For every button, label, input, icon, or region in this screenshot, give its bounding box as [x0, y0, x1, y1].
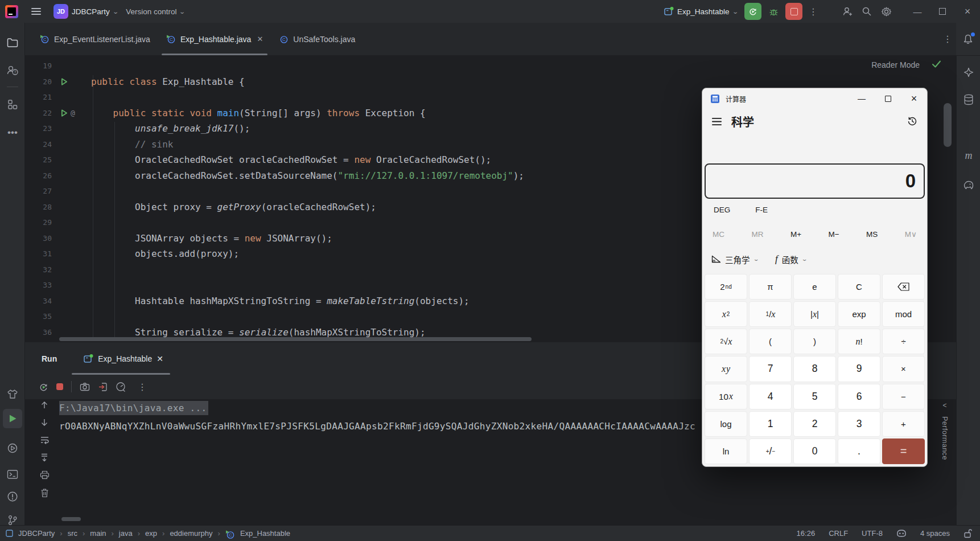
calc-key-2[interactable]: 2	[793, 411, 836, 437]
breadcrumb-item[interactable]: java	[119, 529, 133, 538]
run-line-icon[interactable]	[61, 109, 68, 117]
calc-key-equals[interactable]: =	[882, 438, 925, 464]
calc-key-square[interactable]: x2	[705, 301, 747, 327]
calc-key-7[interactable]: 7	[749, 356, 792, 382]
calc-key-8[interactable]: 8	[793, 356, 836, 382]
calc-key-divide[interactable]: ÷	[882, 329, 925, 354]
run-console-tab[interactable]: Exp_Hashtable ✕	[80, 342, 167, 375]
calc-key-add[interactable]: +	[882, 411, 925, 437]
project-tool-window-button[interactable]	[0, 33, 25, 52]
editor-tab-exp_eventlistenerlist-java[interactable]: CExp_EventListenerList.java	[32, 23, 158, 55]
annotation-icon[interactable]: @	[71, 109, 75, 117]
reader-mode-label[interactable]: Reader Mode	[871, 60, 920, 69]
breadcrumb-item[interactable]: src	[68, 529, 77, 538]
run-button[interactable]	[744, 3, 761, 20]
performance-tool-window-button[interactable]: < Performance	[936, 401, 953, 481]
down-stacktrace-icon[interactable]	[40, 418, 49, 427]
calc-key-factorial[interactable]: n!	[838, 329, 880, 354]
debug-button[interactable]	[764, 3, 783, 19]
calc-key-c[interactable]: C	[838, 274, 880, 300]
angle-unit-toggle[interactable]: DEG	[714, 206, 730, 214]
function-dropdown[interactable]: f 函数 ⌄	[775, 253, 806, 265]
stop-button[interactable]	[785, 3, 802, 20]
calc-menu-icon[interactable]	[711, 117, 722, 126]
calc-key-mod[interactable]: mod	[882, 301, 925, 327]
memory-button-ms[interactable]: MS	[866, 230, 878, 239]
clear-console-icon[interactable]	[40, 488, 49, 498]
calculator-display[interactable]: 0	[705, 163, 925, 199]
run-configuration-selector[interactable]: Exp_Hashtable ⌄	[664, 6, 738, 17]
unlock-icon[interactable]	[963, 528, 972, 538]
calc-key-sqrt[interactable]: 2√x	[705, 329, 747, 354]
indent-setting[interactable]: 4 spaces	[920, 529, 950, 538]
problems-tool-window-button[interactable]	[0, 487, 25, 506]
calc-key-4[interactable]: 4	[749, 384, 792, 409]
up-stacktrace-icon[interactable]	[40, 400, 49, 409]
notifications-section[interactable]	[956, 23, 980, 56]
services-tool-window-button[interactable]	[0, 438, 25, 458]
memory-button-m+[interactable]: M+	[790, 230, 801, 239]
calc-maximize-button[interactable]	[875, 88, 901, 109]
close-icon[interactable]: ✕	[157, 354, 163, 363]
line-separator[interactable]: CRLF	[829, 529, 848, 538]
calc-key-ln[interactable]: ln	[705, 438, 747, 464]
caret-position[interactable]: 16:26	[797, 529, 816, 538]
editor-tab-exp_hashtable-java[interactable]: CExp_Hashtable.java✕	[158, 23, 271, 55]
database-tool-window-button[interactable]	[957, 90, 980, 109]
calculator-title-bar[interactable]: 计算器 — ×	[702, 88, 927, 109]
console-more-menu[interactable]: ⋮	[134, 382, 151, 392]
calc-close-button[interactable]: ×	[901, 88, 927, 109]
calc-key-0[interactable]: 0	[793, 438, 836, 464]
tab-options-menu[interactable]: ⋮	[939, 34, 956, 44]
calc-key-key[interactable]: (	[749, 329, 792, 354]
calc-key-backspace[interactable]	[882, 274, 925, 300]
structure-tool-window-button[interactable]	[0, 95, 25, 114]
project-widget[interactable]: JD JDBCParty ⌄	[53, 4, 118, 19]
window-close-button[interactable]: ×	[955, 0, 980, 23]
breadcrumb-item[interactable]: Exp_Hashtable	[240, 529, 290, 538]
breadcrumb-item[interactable]: main	[90, 529, 106, 538]
run-tool-window-button[interactable]	[3, 409, 22, 428]
calc-key-pi[interactable]: π	[749, 274, 792, 300]
memory-button-m−[interactable]: M−	[829, 230, 839, 239]
breadcrumb-item[interactable]: exp	[145, 529, 157, 538]
calc-key-log[interactable]: log	[705, 411, 747, 437]
more-actions-menu[interactable]: ⋮	[805, 3, 822, 19]
rerun-button[interactable]	[39, 382, 48, 392]
editor-horizontal-scrollbar[interactable]	[59, 337, 532, 341]
calc-key-ten-power[interactable]: 10x	[705, 384, 747, 409]
gradle-tool-window-button[interactable]	[957, 175, 980, 195]
ai-assistant-button[interactable]	[957, 63, 980, 82]
calc-key-5[interactable]: 5	[793, 384, 836, 409]
close-icon[interactable]: ✕	[257, 35, 263, 43]
run-line-icon[interactable]	[61, 78, 68, 85]
calc-key-abs[interactable]: |x|	[793, 301, 836, 327]
calc-key-subtract[interactable]: −	[882, 384, 925, 409]
print-icon[interactable]	[40, 470, 50, 479]
vcs-widget[interactable]: Version control ⌄	[126, 7, 185, 16]
code-with-me-button[interactable]	[838, 3, 857, 19]
calc-key-e[interactable]: e	[793, 274, 836, 300]
history-icon[interactable]	[907, 116, 918, 127]
scroll-to-end-icon[interactable]	[40, 453, 49, 462]
main-menu-icon[interactable]	[26, 3, 46, 19]
calc-key-decimal[interactable]: .	[838, 438, 880, 464]
stop-process-button[interactable]	[56, 383, 63, 390]
calc-key-exp[interactable]: exp	[838, 301, 880, 327]
calc-key-multiply[interactable]: ×	[882, 356, 925, 382]
search-everywhere-button[interactable]	[857, 3, 876, 19]
calc-key-key[interactable]: )	[793, 329, 836, 354]
thread-dump-button[interactable]	[80, 382, 90, 391]
editor-vertical-scrollbar[interactable]	[944, 103, 952, 147]
calc-key-9[interactable]: 9	[838, 356, 880, 382]
calc-key-6[interactable]: 6	[838, 384, 880, 409]
dependencies-tool-window-button[interactable]	[0, 384, 25, 404]
fe-toggle[interactable]: F-E	[755, 206, 768, 214]
exit-process-button[interactable]	[98, 382, 108, 392]
calc-key-power[interactable]: xy	[705, 356, 747, 382]
profiler-button[interactable]	[116, 382, 126, 392]
terminal-tool-window-button[interactable]	[0, 465, 25, 484]
calc-key-reciprocal[interactable]: 1/x	[749, 301, 792, 327]
window-maximize-button[interactable]	[930, 0, 955, 23]
pull-requests-tool-window-button[interactable]: ?	[0, 60, 25, 80]
